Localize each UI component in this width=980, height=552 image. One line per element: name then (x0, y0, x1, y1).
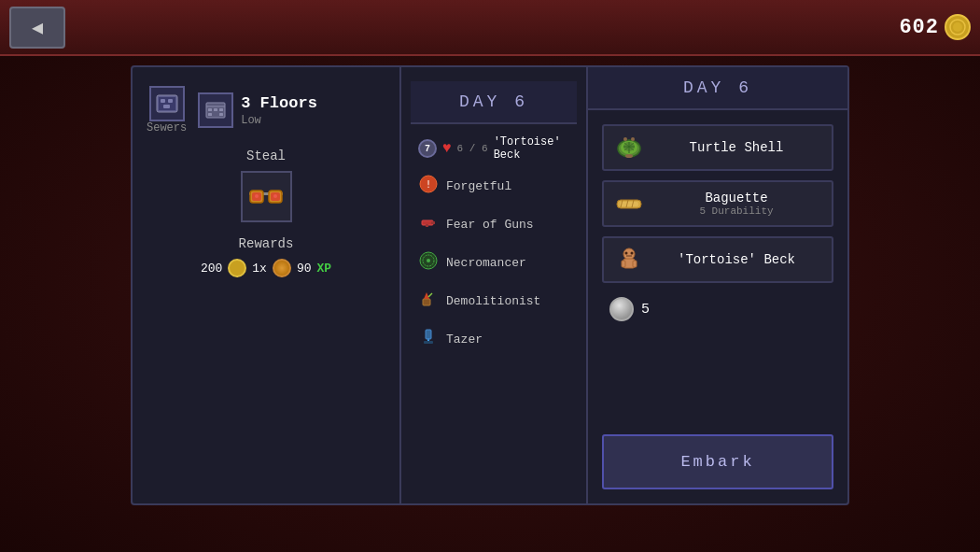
right-panel: DAY 6 (588, 65, 849, 505)
trait-tazer-label: Tazer (446, 333, 483, 347)
baguette-info: Baguette 5 Durability (652, 191, 820, 217)
rewards-label: Rewards (239, 236, 294, 251)
floors-info: 3 Floors Low (241, 94, 317, 127)
level-badge: 7 (418, 139, 437, 158)
turtle-shell-label: Turtle Shell (652, 140, 820, 155)
back-icon: ◀ (32, 16, 43, 39)
trait-fear-guns: Fear of Guns (418, 211, 569, 238)
baguette-icon (615, 190, 643, 218)
globe-icon (609, 297, 634, 321)
difficulty-label: Low (241, 114, 317, 127)
svg-line-31 (428, 293, 432, 297)
globe-coins-row: 5 (602, 292, 833, 326)
svg-rect-24 (431, 221, 435, 224)
left-panel: Sewers 3 Floors Low Steal (131, 65, 401, 505)
trait-necromancer-label: Necromancer (446, 256, 526, 270)
reward-coin-icon (228, 259, 246, 277)
right-content: Turtle Shell Baguette 5 Durability (588, 110, 847, 503)
reward-item-icon (273, 259, 291, 277)
floors-label: 3 Floors (241, 94, 317, 112)
baguette-sub: 5 Durability (652, 205, 820, 217)
trait-necromancer: Necromancer (418, 249, 569, 276)
embark-button[interactable]: Embark (602, 434, 833, 489)
necromancer-icon (418, 251, 439, 275)
back-button[interactable]: ◀ (9, 7, 65, 49)
baguette-button[interactable]: Baguette 5 Durability (602, 180, 833, 227)
svg-rect-12 (208, 113, 212, 116)
reward-coins-amount: 200 (201, 262, 222, 276)
svg-rect-13 (219, 113, 223, 116)
rewards-row: 200 1x 90 XP (201, 259, 331, 277)
currency-amount: 602 (899, 16, 939, 39)
reward-item-count: 1x (252, 262, 267, 276)
svg-text:!: ! (426, 179, 431, 190)
baguette-label: Baguette (652, 191, 820, 205)
location-row: Sewers 3 Floors Low (147, 86, 385, 134)
top-bar: ◀ 602 (0, 0, 980, 56)
steal-section: Steal (147, 149, 385, 222)
xp-label: XP (317, 262, 332, 276)
svg-rect-9 (208, 108, 212, 111)
svg-rect-5 (168, 99, 173, 103)
svg-rect-46 (620, 202, 638, 206)
steal-item-icon (248, 185, 284, 208)
svg-rect-11 (219, 108, 223, 111)
panels-container: Sewers 3 Floors Low Steal (131, 65, 849, 505)
steal-label: Steal (246, 149, 286, 163)
svg-point-1 (953, 22, 962, 32)
globe-count: 5 (641, 302, 650, 318)
turtle-shell-icon (615, 134, 643, 162)
svg-point-20 (273, 194, 277, 198)
svg-point-50 (623, 248, 635, 260)
svg-point-44 (631, 137, 635, 141)
svg-point-19 (255, 194, 259, 198)
trait-demolitionist-label: Demolitionist (446, 294, 540, 308)
party-section: 7 ♥ 6 / 6 'Tortoise' Beck ! Forgetful (411, 124, 577, 364)
trait-forgetful: ! Forgetful (418, 173, 569, 200)
svg-point-54 (625, 252, 628, 255)
rewards-section: Rewards 200 1x 90 XP (147, 236, 385, 277)
steal-item (241, 171, 292, 222)
right-day-header: DAY 6 (588, 67, 847, 110)
svg-rect-25 (426, 224, 428, 227)
tazer-icon (418, 328, 439, 351)
svg-rect-10 (214, 108, 217, 111)
svg-rect-52 (622, 261, 625, 267)
svg-rect-6 (163, 105, 170, 108)
tortoise-beck-button[interactable]: 'Tortoise' Beck (602, 236, 833, 283)
svg-point-42 (625, 154, 633, 158)
coin-icon (945, 14, 971, 40)
forgetful-icon: ! (418, 175, 439, 198)
svg-point-55 (631, 252, 634, 255)
sewers-icon-container: Sewers (147, 86, 187, 134)
tortoise-beck-icon (615, 246, 643, 274)
middle-panel: DAY 6 7 ♥ 6 / 6 'Tortoise' Beck ! (401, 65, 588, 505)
svg-rect-29 (423, 299, 430, 305)
trait-demolitionist: Demolitionist (418, 288, 569, 315)
location-icon2 (198, 92, 233, 128)
sewers-icon (149, 86, 185, 121)
party-member-row: 7 ♥ 6 / 6 'Tortoise' Beck (418, 135, 569, 162)
day-label: DAY 6 (459, 92, 528, 111)
svg-point-43 (623, 137, 627, 141)
right-day-label: DAY 6 (683, 78, 752, 97)
day-header: DAY 6 (411, 81, 577, 124)
fear-guns-icon (418, 213, 439, 236)
turtle-shell-button[interactable]: Turtle Shell (602, 124, 833, 171)
hp-display: 6 / 6 (457, 143, 488, 154)
sewers-label: Sewers (147, 121, 187, 134)
svg-rect-34 (424, 341, 433, 344)
currency-display: 602 (899, 14, 971, 40)
member-name: 'Tortoise' Beck (494, 135, 569, 162)
reward-xp-amount: 90 (297, 262, 312, 276)
trait-fear-guns-label: Fear of Guns (446, 218, 534, 232)
trait-forgetful-label: Forgetful (446, 179, 511, 193)
trait-tazer: Tazer (418, 326, 569, 353)
svg-rect-4 (161, 99, 165, 103)
svg-rect-32 (426, 330, 431, 339)
svg-point-28 (427, 259, 430, 262)
tortoise-beck-label: 'Tortoise' Beck (652, 252, 820, 267)
heart-icon: ♥ (442, 140, 452, 157)
embark-label: Embark (680, 453, 754, 471)
svg-marker-30 (424, 292, 429, 299)
